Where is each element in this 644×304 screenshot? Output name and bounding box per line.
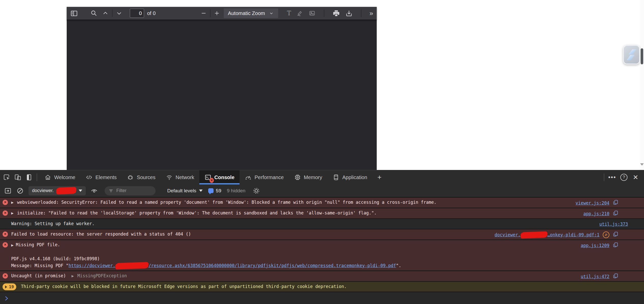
extension-sidebar-widget[interactable] bbox=[623, 45, 640, 64]
warning-count-badge[interactable]: 19 bbox=[3, 283, 16, 290]
issues-counter[interactable]: 59 bbox=[208, 188, 221, 194]
close-devtools-button[interactable]: ✕ bbox=[630, 173, 641, 181]
find-button[interactable] bbox=[90, 9, 98, 17]
scrollbar-down-arrow-icon[interactable] bbox=[640, 163, 644, 166]
home-icon bbox=[44, 174, 51, 181]
request-issue-icon[interactable] bbox=[603, 231, 609, 238]
device-toolbar-icon bbox=[14, 173, 22, 181]
network-signal-icon bbox=[166, 174, 173, 181]
pdf-url-link[interactable]: https://docviewer./resource.ashx/6385675… bbox=[68, 263, 396, 268]
page-number-input[interactable] bbox=[130, 9, 144, 18]
tab-label: Console bbox=[214, 175, 234, 180]
help-icon: ? bbox=[620, 174, 627, 181]
help-button[interactable]: ? bbox=[618, 174, 630, 181]
filter-input[interactable] bbox=[116, 188, 152, 193]
tab-performance[interactable]: Performance bbox=[240, 170, 289, 184]
tab-elements[interactable]: Elements bbox=[80, 170, 122, 184]
error-icon: ✕ bbox=[3, 200, 8, 205]
live-expression-button[interactable] bbox=[89, 185, 100, 196]
console-error-row[interactable]: ✕ ▶ initialize: "Failed to read the 'loc… bbox=[0, 208, 644, 219]
tab-welcome[interactable]: Welcome bbox=[39, 170, 80, 184]
add-tab-button[interactable]: + bbox=[372, 170, 387, 184]
console-sidebar-toggle-button[interactable] bbox=[3, 185, 13, 196]
copy-link-icon[interactable] bbox=[613, 273, 619, 280]
message-text: initialize: "Failed to read the 'localSt… bbox=[17, 210, 376, 216]
tab-memory[interactable]: Memory bbox=[289, 170, 327, 184]
redaction-scribble bbox=[56, 187, 76, 194]
expand-triangle-icon bbox=[5, 285, 7, 288]
text-annotation-button[interactable]: T bbox=[287, 10, 291, 17]
source-link[interactable]: util.js:373 bbox=[599, 221, 628, 227]
log-levels-select[interactable]: Default levels bbox=[167, 188, 203, 194]
console-error-group-row[interactable]: ✕ ▶Missing PDF file. PDF.js v4.4.168 (bu… bbox=[0, 240, 644, 271]
clear-console-button[interactable] bbox=[15, 185, 25, 196]
device-emulation-button[interactable] bbox=[12, 170, 23, 184]
console-error-row[interactable]: ✕ ▶ webviewerloaded: SecurityError: Fail… bbox=[0, 198, 644, 208]
more-tools-button[interactable]: » bbox=[370, 10, 373, 17]
source-link[interactable]: util.js:472 bbox=[581, 273, 609, 280]
previous-page-button[interactable] bbox=[102, 10, 109, 17]
source-link[interactable]: app.js:1209 bbox=[581, 242, 609, 249]
download-button[interactable] bbox=[345, 9, 353, 17]
tab-sources[interactable]: Sources bbox=[122, 170, 160, 184]
console-settings-button[interactable] bbox=[251, 185, 262, 196]
tab-label: Elements bbox=[95, 175, 117, 180]
tab-label: Performance bbox=[255, 175, 284, 180]
source-link[interactable]: app.js:210 bbox=[583, 210, 609, 217]
expand-triangle-icon[interactable]: ▶ bbox=[11, 210, 15, 217]
console-filter-box[interactable] bbox=[105, 186, 156, 195]
console-error-row[interactable]: ✕ Uncaught (in promise) ▶ MissingPDFExce… bbox=[0, 271, 644, 282]
zoom-out-button[interactable] bbox=[200, 10, 207, 17]
error-icon: ✕ bbox=[3, 210, 8, 216]
zoom-in-button[interactable] bbox=[214, 10, 220, 17]
console-prompt[interactable] bbox=[0, 292, 644, 304]
pen-icon bbox=[296, 10, 303, 17]
tab-console[interactable]: Console ✕ bbox=[199, 170, 240, 184]
tab-network[interactable]: Network bbox=[161, 170, 199, 184]
source-link[interactable]: viewer.js:204 bbox=[576, 200, 609, 206]
copy-link-icon[interactable] bbox=[613, 199, 619, 206]
more-options-button[interactable]: ••• bbox=[606, 174, 618, 181]
scrollbar-thumb[interactable] bbox=[641, 48, 643, 64]
performance-gauge-icon bbox=[245, 174, 252, 181]
tab-application[interactable]: Application bbox=[327, 170, 372, 184]
copy-link-icon[interactable] bbox=[613, 242, 619, 249]
panel-layout-button[interactable] bbox=[23, 170, 35, 184]
expand-triangle-icon[interactable]: ▶ bbox=[11, 199, 15, 206]
gear-icon bbox=[253, 187, 260, 195]
console-messages: ✕ ▶ webviewerloaded: SecurityError: Fail… bbox=[0, 198, 644, 304]
print-icon bbox=[332, 9, 340, 17]
log-levels-label: Default levels bbox=[167, 188, 196, 194]
message-text: Uncaught (in promise) bbox=[11, 272, 66, 279]
text-tool-icon: T bbox=[287, 10, 291, 17]
expand-triangle-icon[interactable]: ▶ bbox=[72, 273, 75, 280]
console-error-row[interactable]: ✕ Failed to load resource: the server re… bbox=[0, 229, 644, 240]
copy-link-icon[interactable] bbox=[613, 231, 619, 238]
page-scrollbar[interactable] bbox=[640, 0, 644, 170]
draw-annotation-button[interactable] bbox=[296, 10, 303, 17]
warning-count: 19 bbox=[9, 283, 14, 290]
devtools-tabbar: Welcome Elements Sources Network Console… bbox=[0, 170, 644, 184]
console-toolbar: docviewer. Default levels 59 9 hidden bbox=[0, 184, 644, 198]
image-annotation-button[interactable] bbox=[309, 10, 316, 17]
next-page-button[interactable] bbox=[116, 10, 123, 17]
inspect-element-button[interactable] bbox=[1, 170, 12, 184]
copy-link-icon[interactable] bbox=[613, 210, 619, 217]
more-options-icon: ••• bbox=[608, 174, 616, 181]
memory-chip-icon bbox=[294, 174, 301, 181]
browser-page: of 0 Automatic Zoom T bbox=[0, 0, 644, 304]
console-error-badge: ✕ bbox=[209, 178, 214, 183]
pdfjs-message-line: Message: Missing PDF "https://docviewer.… bbox=[11, 262, 401, 269]
toolbar-divider bbox=[37, 173, 37, 181]
console-log-row[interactable]: Warning: Setting up fake worker. util.js… bbox=[0, 219, 644, 229]
sidebar-toggle-button[interactable] bbox=[70, 9, 78, 17]
console-warning-row[interactable]: 19 Third-party cookie will be blocked in… bbox=[0, 282, 644, 292]
expand-triangle-icon[interactable]: ▶ bbox=[11, 243, 13, 247]
print-button[interactable] bbox=[332, 9, 340, 17]
chevron-down-icon bbox=[269, 10, 274, 16]
zoom-select[interactable]: Automatic Zoom bbox=[224, 8, 278, 18]
javascript-context-select[interactable]: docviewer. bbox=[29, 186, 86, 195]
source-link[interactable]: docviewer.…onkey-pldi-09.pdf:1 bbox=[495, 231, 599, 238]
pdf-toolbar: of 0 Automatic Zoom T bbox=[67, 7, 377, 20]
extension-s-logo-icon bbox=[626, 48, 637, 61]
